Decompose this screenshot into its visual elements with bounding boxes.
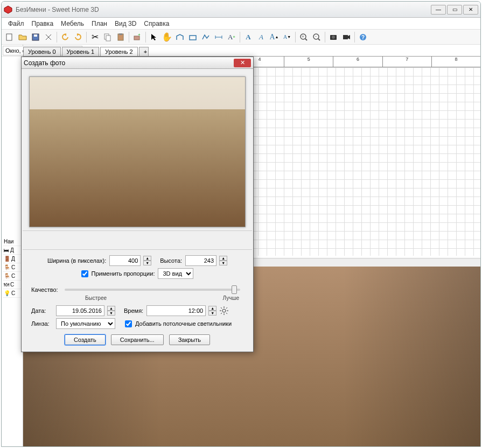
svg-point-32 bbox=[222, 309, 226, 312]
list-item[interactable]: 🚪Д bbox=[3, 255, 21, 263]
sun-icon[interactable] bbox=[220, 306, 228, 315]
select-icon[interactable] bbox=[148, 31, 160, 43]
date-up-icon[interactable]: ▲ bbox=[107, 306, 115, 311]
pan-icon[interactable]: ✋ bbox=[161, 31, 173, 43]
photo-icon[interactable] bbox=[327, 31, 339, 43]
add-furniture-icon[interactable]: + bbox=[131, 31, 143, 43]
list-item[interactable]: 💡С bbox=[3, 289, 21, 298]
svg-marker-15 bbox=[151, 34, 156, 40]
zoom-out-icon[interactable]: - bbox=[311, 31, 323, 43]
help-icon[interactable]: ? bbox=[357, 31, 369, 43]
svg-rect-12 bbox=[119, 33, 122, 35]
quality-slider[interactable] bbox=[65, 289, 240, 291]
main-window: БезИмени - Sweet Home 3D — ▭ ✕ Файл Прав… bbox=[1, 1, 481, 447]
new-icon[interactable] bbox=[4, 31, 16, 43]
wall-icon[interactable] bbox=[174, 31, 186, 43]
dialog-title-text: Создать фото bbox=[24, 59, 65, 67]
cut-icon[interactable]: ✂ bbox=[89, 31, 101, 43]
svg-rect-16 bbox=[190, 36, 196, 40]
quality-fast-label: Быстрее bbox=[85, 295, 107, 301]
text-italic-icon[interactable]: A bbox=[255, 31, 267, 43]
menu-furniture[interactable]: Мебель bbox=[58, 19, 87, 29]
tab-level2[interactable]: Уровень 2 bbox=[100, 47, 138, 56]
open-icon[interactable] bbox=[17, 31, 29, 43]
tab-level1[interactable]: Уровень 1 bbox=[62, 47, 100, 56]
redo-icon[interactable] bbox=[72, 31, 84, 43]
height-label: Высота: bbox=[160, 257, 182, 264]
height-down-icon[interactable]: ▼ bbox=[219, 261, 227, 265]
video-icon[interactable] bbox=[340, 31, 352, 43]
list-item[interactable]: 🍽С bbox=[3, 281, 21, 289]
svg-rect-4 bbox=[34, 34, 37, 37]
time-label: Время: bbox=[124, 307, 143, 314]
time-down-icon[interactable]: ▼ bbox=[208, 311, 216, 316]
svg-text:-: - bbox=[315, 33, 317, 39]
menu-view3d[interactable]: Вид 3D bbox=[111, 19, 139, 29]
ceiling-lights-label: Добавить потолочные светильники bbox=[135, 320, 232, 327]
maximize-button[interactable]: ▭ bbox=[447, 5, 462, 15]
preferences-icon[interactable] bbox=[43, 31, 54, 43]
time-input[interactable] bbox=[146, 305, 206, 316]
text-increase-icon[interactable]: A▲ bbox=[268, 31, 280, 43]
svg-line-37 bbox=[221, 307, 222, 309]
time-up-icon[interactable]: ▲ bbox=[208, 306, 216, 311]
titlebar: БезИмени - Sweet Home 3D — ▭ ✕ bbox=[2, 2, 480, 18]
text-icon[interactable]: A+ bbox=[226, 31, 237, 43]
svg-line-39 bbox=[226, 307, 227, 309]
width-label: Ширина (в пикселах): bbox=[47, 257, 106, 264]
svg-text:?: ? bbox=[361, 34, 365, 40]
dimension-icon[interactable] bbox=[213, 31, 225, 43]
quality-slider-thumb[interactable] bbox=[232, 285, 237, 294]
svg-text:+: + bbox=[302, 34, 304, 39]
save-button[interactable]: Сохранить... bbox=[111, 334, 164, 345]
menubar: Файл Правка Мебель План Вид 3D Справка bbox=[2, 18, 480, 30]
proportions-checkbox[interactable] bbox=[81, 270, 88, 277]
close-button[interactable]: ✕ bbox=[463, 5, 478, 15]
height-input[interactable] bbox=[185, 255, 216, 266]
date-input[interactable] bbox=[56, 305, 104, 316]
menu-edit[interactable]: Правка bbox=[29, 19, 57, 29]
menu-plan[interactable]: План bbox=[88, 19, 110, 29]
preview-scroll-area[interactable] bbox=[23, 230, 252, 250]
width-up-icon[interactable]: ▲ bbox=[143, 256, 151, 261]
undo-icon[interactable] bbox=[59, 31, 71, 43]
level-tabs: Уровень 0 Уровень 1 Уровень 2 + bbox=[23, 45, 480, 57]
create-button[interactable]: Создать bbox=[65, 334, 106, 345]
height-up-icon[interactable]: ▲ bbox=[219, 256, 227, 261]
tab-add-level[interactable]: + bbox=[139, 47, 149, 56]
text-bold-icon[interactable]: A bbox=[242, 31, 254, 43]
room-icon[interactable] bbox=[187, 31, 199, 43]
save-icon[interactable] bbox=[30, 31, 41, 43]
app-icon bbox=[4, 5, 12, 14]
tab-level0[interactable]: Уровень 0 bbox=[23, 47, 61, 56]
dialog-titlebar[interactable]: Создать фото ✕ bbox=[22, 57, 253, 69]
ceiling-lights-checkbox[interactable] bbox=[125, 320, 132, 327]
copy-icon[interactable] bbox=[102, 31, 114, 43]
date-down-icon[interactable]: ▼ bbox=[107, 311, 115, 316]
lens-select[interactable]: По умолчанию bbox=[56, 318, 115, 329]
svg-rect-28 bbox=[343, 35, 348, 39]
text-decrease-icon[interactable]: A▼ bbox=[281, 31, 293, 43]
svg-line-38 bbox=[226, 313, 227, 314]
quality-label: Качество: bbox=[31, 286, 58, 293]
minimize-button[interactable]: — bbox=[431, 5, 446, 15]
menu-file[interactable]: Файл bbox=[5, 19, 27, 29]
proportions-select[interactable]: 3D вид bbox=[158, 268, 193, 279]
polyline-icon[interactable] bbox=[200, 31, 212, 43]
svg-marker-0 bbox=[4, 6, 12, 13]
width-down-icon[interactable]: ▼ bbox=[143, 261, 151, 265]
svg-point-27 bbox=[332, 36, 335, 39]
dialog-close-button[interactable]: ✕ bbox=[234, 59, 251, 67]
zoom-in-icon[interactable]: + bbox=[298, 31, 310, 43]
svg-rect-1 bbox=[6, 34, 12, 40]
list-item[interactable]: 🪑С bbox=[3, 263, 21, 272]
menu-help[interactable]: Справка bbox=[141, 19, 172, 29]
window-title: БезИмени - Sweet Home 3D bbox=[16, 6, 99, 13]
list-item[interactable]: 🪑С bbox=[3, 272, 21, 281]
list-item[interactable]: 🛏Д bbox=[3, 246, 21, 255]
paste-icon[interactable] bbox=[115, 31, 127, 43]
width-input[interactable] bbox=[109, 255, 141, 266]
close-dialog-button[interactable]: Закрыть bbox=[169, 334, 210, 345]
toolbar: ✂ + ✋ A+ A A A▲ A▼ + - ? bbox=[2, 30, 480, 45]
lens-label: Линза: bbox=[31, 320, 53, 327]
